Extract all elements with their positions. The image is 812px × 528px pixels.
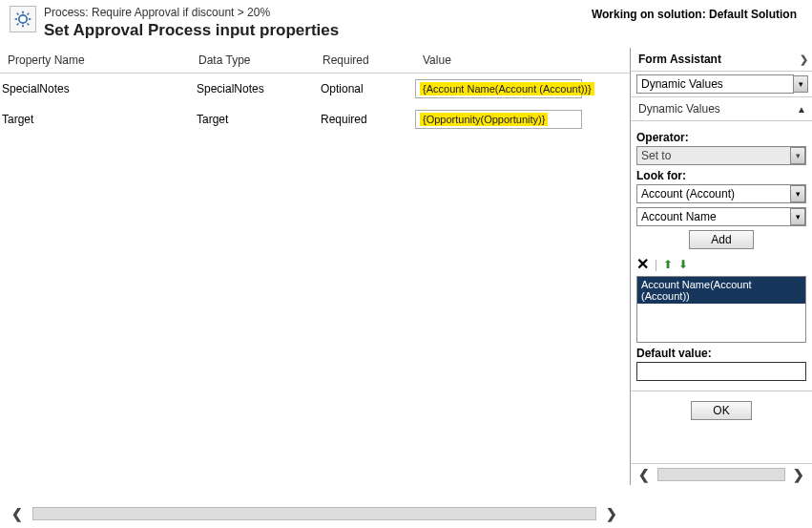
assistant-mode-dropdown[interactable]: Dynamic Values bbox=[636, 74, 794, 94]
value-input-specialnotes[interactable]: {Account Name(Account (Account))} bbox=[415, 79, 582, 98]
default-value-input[interactable] bbox=[636, 362, 806, 381]
collapse-up-icon: ▲ bbox=[797, 104, 806, 115]
dynamic-values-section-header[interactable]: Dynamic Values ▲ bbox=[631, 96, 812, 121]
add-button[interactable]: Add bbox=[689, 230, 753, 249]
lookfor-label: Look for: bbox=[636, 169, 806, 182]
scroll-left-icon[interactable]: ❮ bbox=[635, 467, 654, 482]
value-tag: {Account Name(Account (Account))} bbox=[420, 82, 594, 95]
svg-line-8 bbox=[28, 13, 30, 15]
move-down-icon[interactable]: ⬇ bbox=[678, 258, 688, 271]
assistant-horizontal-scrollbar[interactable]: ❮ ❯ bbox=[631, 463, 812, 485]
prop-type: Target bbox=[191, 113, 315, 126]
dropdown-arrow-icon[interactable]: ▾ bbox=[790, 208, 805, 225]
ok-button[interactable]: OK bbox=[691, 401, 751, 420]
properties-pane: Property Name Data Type Required Value S… bbox=[0, 48, 630, 485]
process-gear-icon bbox=[10, 6, 36, 32]
prop-name: SpecialNotes bbox=[0, 82, 191, 95]
scroll-right-icon[interactable]: ❯ bbox=[602, 506, 621, 521]
page-title: Set Approval Process input properties bbox=[44, 21, 592, 40]
property-row: SpecialNotes SpecialNotes Optional {Acco… bbox=[0, 74, 630, 104]
prop-name: Target bbox=[0, 113, 191, 126]
selected-values-list[interactable]: Account Name(Account (Account)) bbox=[636, 276, 806, 343]
main-horizontal-scrollbar[interactable]: ❮ ❯ bbox=[8, 505, 621, 522]
remove-x-icon[interactable]: ✕ bbox=[636, 257, 649, 272]
svg-point-0 bbox=[19, 15, 27, 23]
list-item[interactable]: Account Name(Account (Account)) bbox=[637, 277, 805, 304]
col-property-name: Property Name bbox=[8, 53, 198, 67]
col-value: Value bbox=[423, 53, 630, 67]
value-input-target[interactable]: {Opportunity(Opportunity)} bbox=[415, 110, 582, 129]
move-up-icon[interactable]: ⬆ bbox=[663, 258, 673, 271]
scroll-right-icon[interactable]: ❯ bbox=[789, 467, 808, 482]
process-line: Process: Require Approval if discount > … bbox=[44, 6, 592, 19]
prop-required: Optional bbox=[315, 82, 415, 95]
lookfor-entity-select[interactable]: Account (Account) ▾ bbox=[636, 184, 806, 203]
value-tag: {Opportunity(Opportunity)} bbox=[420, 113, 548, 126]
form-assistant-title: Form Assistant bbox=[638, 53, 721, 66]
operator-label: Operator: bbox=[636, 131, 806, 144]
prop-type: SpecialNotes bbox=[191, 82, 315, 95]
scroll-track[interactable] bbox=[32, 507, 596, 520]
property-row: Target Target Required {Opportunity(Oppo… bbox=[0, 104, 630, 135]
dropdown-arrow-icon[interactable]: ▾ bbox=[790, 185, 805, 202]
svg-line-6 bbox=[28, 24, 30, 26]
lookfor-attribute-select[interactable]: Account Name ▾ bbox=[636, 207, 806, 226]
form-assistant-pane: Form Assistant ❯ Dynamic Values ▾ Dynami… bbox=[630, 48, 812, 485]
page-header: Process: Require Approval if discount > … bbox=[0, 0, 812, 48]
column-headers: Property Name Data Type Required Value bbox=[0, 48, 630, 74]
dropdown-arrow-icon[interactable]: ▾ bbox=[790, 147, 805, 164]
working-on-solution: Working on solution: Default Solution bbox=[592, 6, 802, 21]
default-value-label: Default value: bbox=[636, 347, 806, 360]
col-data-type: Data Type bbox=[198, 53, 323, 67]
scroll-track[interactable] bbox=[657, 468, 785, 481]
scroll-left-icon[interactable]: ❮ bbox=[8, 506, 27, 521]
form-assistant-header[interactable]: Form Assistant ❯ bbox=[631, 48, 812, 72]
separator: | bbox=[655, 258, 657, 271]
col-required: Required bbox=[323, 53, 423, 67]
chevron-right-icon: ❯ bbox=[800, 53, 808, 66]
svg-line-7 bbox=[17, 24, 19, 26]
svg-line-5 bbox=[17, 13, 19, 15]
operator-select[interactable]: Set to ▾ bbox=[636, 146, 806, 165]
prop-required: Required bbox=[315, 113, 415, 126]
dropdown-arrow-icon[interactable]: ▾ bbox=[793, 75, 808, 93]
